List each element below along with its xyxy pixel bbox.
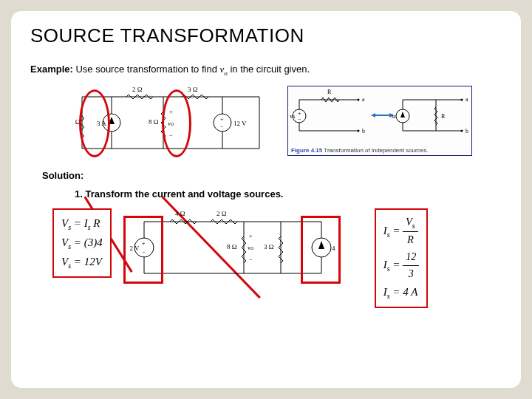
c2-rright: 3 Ω	[264, 243, 274, 250]
v-right-label: 12 V	[233, 120, 247, 127]
ref-is: is	[392, 113, 395, 120]
eq-left-2: Vs = (3)4	[61, 233, 103, 253]
circuit-original: 4 Ω 3 A 2 Ω 3 Ω 8 Ω + vo − + − 12 V	[75, 86, 267, 160]
svg-text:+: +	[249, 233, 253, 239]
ref-R1: R	[327, 89, 332, 95]
r-left-label: 4 Ω	[75, 118, 81, 126]
ref-b2: b	[466, 128, 468, 134]
svg-point-15	[358, 98, 360, 100]
c2-vnode: vo	[248, 245, 253, 251]
svg-point-21	[358, 129, 360, 132]
slide-title: SOURCE TRANSFORMATION	[30, 24, 502, 47]
svg-text:+: +	[220, 116, 224, 123]
c2-vleft: 12 V	[129, 245, 140, 252]
i-src-label: 3 A	[97, 120, 106, 127]
r-mid-label: 8 Ω	[149, 118, 159, 126]
example-text-2: in the circuit given.	[228, 64, 310, 75]
r-top1-label: 2 Ω	[132, 86, 143, 93]
ref-a2: a	[466, 96, 468, 103]
equation-box-left: Vs = Is R Vs = (3)4 Vs = 12V	[52, 208, 112, 278]
example-text-1: Use source transformation to find	[73, 64, 220, 75]
c2-rmid: 8 Ω	[227, 243, 237, 250]
eq-right-2: Is = 123	[383, 249, 420, 283]
circuit-original-svg: 4 Ω 3 A 2 Ω 3 Ω 8 Ω + vo − + − 12 V	[75, 86, 267, 160]
step-1: 1. Transform the current and voltage sou…	[75, 188, 502, 200]
svg-text:+: +	[142, 240, 146, 247]
slide: SOURCE TRANSFORMATION Example: Use sourc…	[11, 11, 521, 388]
svg-text:−: −	[169, 132, 173, 139]
reference-figure: R a + − vs b a is	[287, 86, 472, 156]
example-prefix: Example:	[30, 64, 73, 75]
svg-text:−: −	[142, 249, 146, 256]
reference-svg: R a + − vs b a is	[288, 86, 473, 157]
ref-caption: Figure 4.15 Transformation of independen…	[291, 147, 428, 154]
svg-point-26	[461, 98, 463, 100]
figure-row-1: 4 Ω 3 A 2 Ω 3 Ω 8 Ω + vo − + − 12 V	[75, 86, 502, 160]
eq-left-3: Vs = 12V	[61, 253, 103, 272]
eq-left-1: Vs = Is R	[61, 214, 103, 233]
ref-a1: a	[362, 96, 365, 103]
svg-text:+: +	[169, 109, 173, 115]
eq-right-1: Is = VsR	[383, 214, 420, 249]
vo-label: vo	[168, 120, 174, 127]
svg-text:−: −	[220, 123, 224, 130]
ref-b1: b	[362, 128, 365, 134]
ref-R2: R	[441, 113, 446, 120]
ref-vs: vs	[290, 113, 295, 120]
solution-label: Solution:	[42, 170, 502, 181]
svg-text:−: −	[249, 256, 253, 263]
figure-row-2: Vs = Is R Vs = (3)4 Vs = 12V 4 Ω 2 Ω + −…	[52, 208, 502, 308]
c2-iright: 4 A	[332, 245, 336, 252]
eq-right-3: Is = 4 A	[383, 283, 420, 302]
circuit-transformed-svg: 4 Ω 2 Ω + − 12 V 8 Ω + vo − 3 Ω	[129, 208, 336, 290]
c2-rtop1: 4 Ω	[175, 210, 185, 217]
example-line: Example: Use source transformation to fi…	[30, 64, 502, 77]
svg-point-32	[461, 129, 463, 132]
svg-marker-23	[371, 113, 375, 117]
circuit-transformed: 4 Ω 2 Ω + − 12 V 8 Ω + vo − 3 Ω	[129, 208, 336, 293]
c2-rtop2: 2 Ω	[216, 210, 227, 217]
r-top2-label: 3 Ω	[188, 86, 198, 93]
svg-text:−: −	[298, 116, 301, 123]
example-variable: vo	[220, 64, 228, 75]
equation-box-right: Is = VsR Is = 123 Is = 4 A	[375, 208, 429, 308]
